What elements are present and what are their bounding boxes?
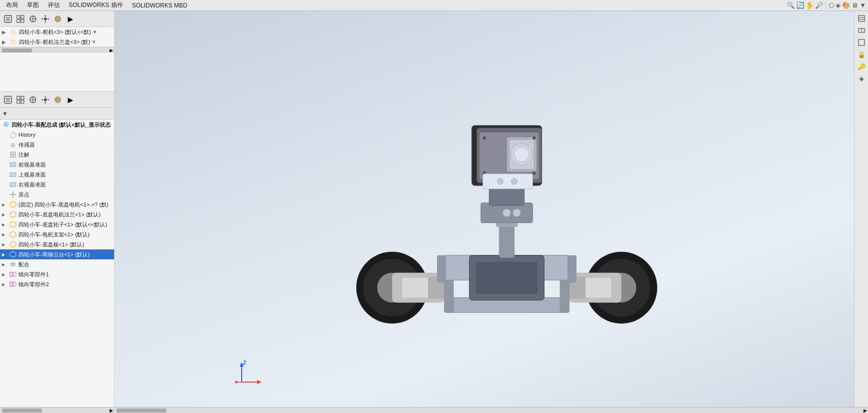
chevron-icon — [2, 203, 8, 207]
expand-icon2[interactable]: ▶ — [64, 94, 76, 106]
tree-item-front-plane[interactable]: 前视基准面 — [0, 160, 114, 170]
menu-layout[interactable]: 布局 — [2, 0, 22, 10]
right-icon-2[interactable] — [856, 25, 867, 36]
viewport[interactable]: Z 🔒 — [115, 11, 868, 407]
tree-item-note[interactable]: 注解 — [0, 150, 114, 160]
mirror-icon — [9, 270, 17, 278]
scroll-right-btn[interactable]: ▶ — [108, 47, 114, 53]
plane-icon — [9, 161, 17, 169]
svg-point-33 — [55, 97, 61, 103]
svg-point-88 — [514, 147, 529, 162]
menu-sw-plugin[interactable]: SOLIDWORKS 插件 — [65, 0, 127, 10]
svg-rect-38 — [10, 163, 16, 167]
tree-item-top-plane[interactable]: 上视基准面 — [0, 170, 114, 180]
viewport-scroll-thumb[interactable] — [117, 409, 166, 413]
right-area: Z 🔒 — [115, 11, 868, 413]
filter-row: ▼ — [0, 108, 114, 120]
tree-item-chassis-wheel[interactable]: 四轮小车-底盘轮子<1> (默认<<默认) — [0, 219, 114, 229]
parts-item-flange3[interactable]: ▶ ⬡ 四轮小车-舵机法兰盘<3> (默) ▼ — [0, 37, 114, 47]
tree-item-mate[interactable]: 配合 — [0, 259, 114, 269]
tree-item-motor-support[interactable]: 四轮小车-电机支架<1> (默认) — [0, 229, 114, 239]
part-icon: ⬡ — [9, 28, 17, 36]
tree-bottom-scroll[interactable]: ▶ — [0, 407, 114, 413]
property-manager-icon[interactable] — [14, 13, 26, 25]
svg-point-80 — [513, 209, 521, 217]
expand-icon[interactable]: ▶ — [64, 13, 76, 25]
menu-sw-mbd[interactable]: SOLIDWORKS MBD — [128, 1, 191, 10]
svg-marker-45 — [10, 221, 16, 227]
parts-item-servo3[interactable]: ▶ ⬡ 四轮小车-舵机<3> (默认<<默) ▼ — [0, 27, 114, 37]
right-icon-5[interactable]: 🔑 — [856, 61, 867, 72]
display-icon2[interactable] — [52, 94, 64, 106]
assembly-icon: Ⓐ — [2, 121, 10, 129]
scroll-right-btn2[interactable]: ▶ — [108, 408, 114, 413]
tree-item-origin[interactable]: 原点 — [0, 190, 114, 200]
tree-list[interactable]: 🕐 History ◎ 传感器 注解 — [0, 130, 114, 407]
svg-rect-51 — [10, 272, 12, 276]
display-icon[interactable] — [52, 13, 64, 25]
left-toolbar-top: ▶ — [0, 11, 114, 27]
svg-marker-100 — [257, 380, 262, 384]
svg-rect-71 — [437, 255, 446, 283]
property-manager-icon2[interactable] — [14, 94, 26, 106]
origin-icon[interactable] — [39, 13, 51, 25]
svg-rect-5 — [21, 15, 24, 18]
menu-evaluate[interactable]: 评估 — [44, 0, 64, 10]
menu-sketch[interactable]: 草图 — [23, 0, 43, 10]
part-icon — [9, 201, 17, 208]
tree-item-history[interactable]: 🕐 History — [0, 130, 114, 140]
view-settings-icon[interactable]: ▼ — [860, 1, 866, 9]
right-icon-3[interactable] — [856, 37, 867, 48]
svg-marker-46 — [10, 231, 16, 237]
svg-rect-7 — [21, 19, 24, 22]
svg-rect-40 — [10, 183, 16, 187]
chevron-icon: ▶ — [2, 39, 8, 45]
right-icon-6[interactable]: ◈ — [856, 73, 867, 84]
view-orient-icon[interactable]: ⬡ — [829, 1, 834, 9]
svg-point-50 — [12, 263, 15, 266]
menu-bar: 布局 草图 评估 SOLIDWORKS 插件 SOLIDWORKS MBD 🔍 … — [0, 0, 868, 11]
config-manager-icon2[interactable] — [27, 94, 39, 106]
parts-list-top: ▶ ⬡ 四轮小车-舵机<3> (默认<<默) ▼ ▶ ⬡ 四轮小车-舵机法兰盘<… — [0, 27, 114, 92]
tree-item-mirror1[interactable]: 镜向零部件1 — [0, 269, 114, 279]
viewport-scroll-right[interactable]: ▶ — [862, 408, 868, 413]
tree-item-chassis-motor[interactable]: (固定) 四轮小车-底盘电机<1>->? (默) — [0, 200, 114, 209]
parts-hscroll-thumb[interactable] — [2, 48, 32, 52]
tree-scroll-thumb[interactable] — [2, 409, 42, 413]
tree-item-right-plane[interactable]: 右视基准面 — [0, 180, 114, 190]
svg-marker-43 — [10, 202, 16, 207]
mate-icon — [9, 260, 17, 268]
tree-item-mirror2[interactable]: 镜向零部件2 — [0, 279, 114, 289]
svg-rect-21 — [17, 96, 20, 99]
svg-point-11 — [44, 17, 47, 20]
svg-rect-24 — [21, 100, 24, 103]
svg-text:Z: Z — [243, 360, 246, 366]
pan-icon[interactable]: ✋ — [806, 1, 814, 9]
right-icon-4[interactable]: 🔒 — [856, 49, 867, 60]
tree-item-gimbal[interactable]: 四轮小车-两轴云台<1> (默认) — [0, 249, 114, 259]
feature-manager-icon2[interactable] — [2, 94, 14, 106]
right-icon-1[interactable] — [856, 13, 867, 24]
feature-manager-icon[interactable] — [2, 13, 14, 25]
svg-rect-108 — [859, 39, 865, 45]
filter-icon[interactable]: ▼ — [2, 110, 8, 117]
config-manager-icon[interactable] — [27, 13, 39, 25]
left-toolbar-bottom: ▶ — [0, 92, 114, 108]
viewport-bottom-scroll[interactable]: ▶ — [115, 407, 868, 413]
rotate-icon[interactable]: 🔄 — [796, 1, 804, 9]
search-icon[interactable]: 🔍 — [787, 1, 795, 9]
tree-item-chassis-plate[interactable]: 四轮小车-底盘板<1> (默认) — [0, 239, 114, 249]
display-style-icon[interactable]: ◈ — [836, 1, 841, 9]
svg-rect-23 — [17, 100, 20, 103]
mirror-icon — [9, 280, 17, 288]
left-panel: ▶ ▶ ⬡ 四轮小车-舵机<3> (默认<<默) ▼ ▶ ⬡ 四轮小车-舵机法兰… — [0, 11, 115, 413]
tree-item-sensor[interactable]: ◎ 传感器 — [0, 140, 114, 150]
parts-hscroll[interactable]: ▶ — [0, 47, 114, 53]
zoom-icon[interactable]: 🔎 — [815, 1, 823, 9]
appearance-icon[interactable]: 🎨 — [842, 1, 850, 9]
tree-item-chassis-flange[interactable]: 四轮小车-底盘电机法兰<1> (默认) — [0, 209, 114, 219]
scene-icon[interactable]: 🖥 — [852, 1, 858, 9]
origin-icon2[interactable] — [39, 94, 51, 106]
assembly-header[interactable]: Ⓐ 四轮小车-装配总成 (默认<默认_显示状态 — [0, 120, 114, 130]
chevron-icon — [2, 262, 8, 267]
